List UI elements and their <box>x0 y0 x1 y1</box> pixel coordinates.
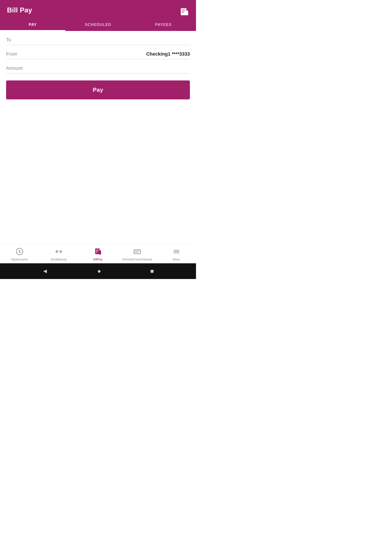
nav-label-remote-check-deposit: RemoteCheckDeposit <box>122 258 152 261</box>
pay-button-container: Pay <box>0 73 196 106</box>
nav-item-remote-check-deposit[interactable]: RemoteCheckDeposit <box>118 248 157 261</box>
svg-rect-1 <box>182 9 186 10</box>
nav-label-bill-pay: BillPay <box>94 258 103 261</box>
svg-text:$: $ <box>18 249 21 254</box>
amount-field[interactable]: Amount <box>6 59 190 73</box>
back-button[interactable]: ◄ <box>42 268 48 275</box>
from-value: Checking1 ****3333 <box>146 51 190 57</box>
from-field[interactable]: From Checking1 ****3333 <box>6 45 190 59</box>
svg-rect-12 <box>96 250 99 250</box>
svg-marker-16 <box>99 250 101 251</box>
bottom-nav: $ MyAccounts SendMoney <box>0 244 196 263</box>
system-nav-bar: ◄ ● ■ <box>0 263 196 279</box>
nav-item-send-money[interactable]: SendMoney <box>39 248 78 261</box>
pay-form: To From Checking1 ****3333 Amount <box>0 31 196 73</box>
bill-pay-header-icon <box>180 6 189 18</box>
more-icon <box>172 248 180 256</box>
svg-rect-3 <box>182 12 184 13</box>
svg-rect-2 <box>182 11 185 11</box>
nav-label-more: More <box>173 258 180 261</box>
nav-item-more[interactable]: More <box>157 248 196 261</box>
svg-rect-17 <box>134 250 140 254</box>
pay-button[interactable]: Pay <box>6 80 190 99</box>
svg-rect-13 <box>96 251 98 251</box>
svg-marker-4 <box>187 11 188 15</box>
tab-bar: PAY SCHEDULED PAYEES <box>0 18 196 31</box>
from-label: From <box>6 51 17 57</box>
nav-label-send-money: SendMoney <box>51 258 67 261</box>
tab-payees[interactable]: PAYEES <box>131 18 196 31</box>
svg-rect-0 <box>181 8 187 15</box>
remote-check-deposit-icon <box>133 248 141 256</box>
nav-item-bill-pay[interactable]: BillPay <box>78 248 118 261</box>
amount-label: Amount <box>6 65 23 71</box>
send-money-icon <box>55 248 63 256</box>
to-label: To <box>6 37 11 43</box>
to-field[interactable]: To <box>6 31 190 45</box>
svg-marker-5 <box>187 10 188 11</box>
svg-marker-15 <box>99 251 101 255</box>
my-accounts-icon: $ <box>16 248 24 256</box>
nav-item-my-accounts[interactable]: $ MyAccounts <box>0 248 39 261</box>
svg-rect-14 <box>96 252 98 253</box>
page-title: Bill Pay <box>7 6 32 18</box>
tab-pay[interactable]: PAY <box>0 18 65 31</box>
home-button[interactable]: ● <box>97 268 101 275</box>
bill-pay-nav-icon <box>94 248 102 256</box>
recent-apps-button[interactable]: ■ <box>150 268 154 275</box>
tab-scheduled[interactable]: SCHEDULED <box>65 18 131 31</box>
nav-label-my-accounts: MyAccounts <box>11 258 28 261</box>
app-header: Bill Pay <box>0 0 196 18</box>
